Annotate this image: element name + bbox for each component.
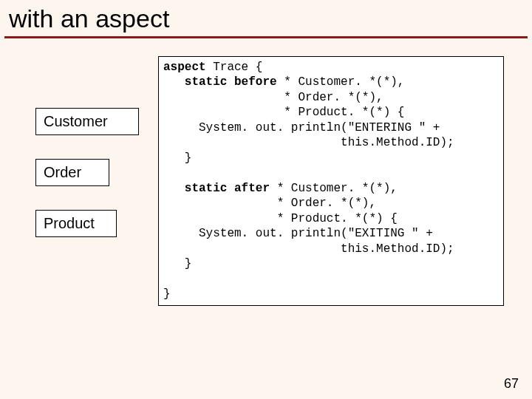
code-line: Trace { xyxy=(206,61,263,74)
code-line: } xyxy=(163,287,171,301)
slide-title: with an aspect xyxy=(4,3,528,36)
code-line: * Customer. *(*), xyxy=(277,75,405,89)
kw-static-before: static before xyxy=(163,75,277,89)
kw-static-after: static after xyxy=(163,182,270,195)
code-line: * Customer. *(*), xyxy=(270,182,398,195)
code-line: System. out. println("EXITING " + xyxy=(163,227,433,240)
entity-customer: Customer xyxy=(35,108,139,135)
entity-boxes: Customer Order Product xyxy=(35,108,139,237)
code-line: } xyxy=(163,151,191,165)
entity-order: Order xyxy=(35,159,109,186)
code-line: this.Method.ID); xyxy=(163,136,454,149)
code-line: } xyxy=(163,257,191,270)
entity-product: Product xyxy=(35,210,117,237)
code-line: this.Method.ID); xyxy=(163,242,454,256)
code-line: * Order. *(*), xyxy=(163,91,383,104)
code-line: System. out. println("ENTERING " + xyxy=(163,121,440,134)
code-line: * Product. *(*) { xyxy=(163,212,398,225)
code-line: * Order. *(*), xyxy=(163,197,376,210)
code-block: aspect Trace { static before * Customer.… xyxy=(158,56,504,306)
title-underline xyxy=(4,36,528,38)
code-line: * Product. *(*) { xyxy=(163,106,404,119)
kw-aspect: aspect xyxy=(163,61,206,74)
content-area: Customer Order Product aspect Trace { st… xyxy=(4,56,528,306)
page-number: 67 xyxy=(504,376,519,392)
